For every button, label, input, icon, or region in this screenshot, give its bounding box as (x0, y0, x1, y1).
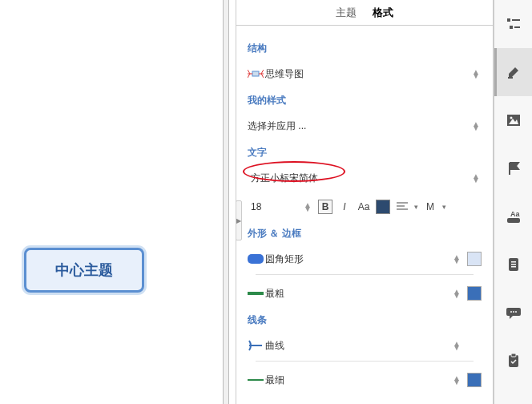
divider (256, 361, 474, 362)
thin-line-icon (248, 374, 265, 386)
stepper-icon[interactable]: ▲▼ (470, 174, 482, 182)
svg-point-26 (515, 311, 517, 313)
font-size-input[interactable]: 18 (248, 200, 297, 214)
stepper-icon[interactable]: ▲▼ (451, 341, 462, 349)
border-color-swatch[interactable] (467, 286, 482, 301)
thick-line-icon (248, 287, 265, 300)
svg-rect-14 (508, 77, 513, 79)
stepper-icon[interactable]: ▲▼ (451, 376, 462, 384)
svg-line-3 (248, 70, 250, 74)
stepper-icon[interactable]: ▲▼ (470, 70, 482, 78)
line-weight-value: 最细 (265, 374, 451, 387)
svg-point-24 (510, 311, 512, 313)
svg-text:Aa: Aa (510, 210, 520, 218)
mystyles-selector[interactable]: 选择并应用 ... ▲▼ (248, 114, 482, 138)
stepper-icon[interactable]: ▲▼ (470, 122, 482, 130)
svg-point-17 (510, 117, 513, 119)
panel-tabs: 主题 格式 (236, 0, 493, 26)
case-button[interactable]: Aa (357, 200, 371, 214)
rail-notes-icon[interactable] (494, 240, 532, 289)
tab-format[interactable]: 格式 (366, 1, 400, 25)
font-family-selector[interactable]: 方正小标宋简体 ▲▼ (248, 166, 482, 190)
svg-rect-12 (510, 26, 513, 29)
svg-rect-21 (511, 261, 516, 263)
svg-rect-11 (512, 19, 520, 21)
panel-body: 结构 思维导图 ▲▼ 我的样式 选择并应用 ... ▲▼ 文字 方正小标宋简体 … (236, 26, 493, 404)
tab-theme[interactable]: 主题 (329, 1, 363, 25)
structure-selector[interactable]: 思维导图 ▲▼ (248, 62, 482, 86)
mindmap-icon (248, 67, 265, 80)
svg-rect-10 (507, 18, 510, 22)
text-color-swatch[interactable] (376, 200, 390, 214)
chevron-down-icon: ▾ (442, 203, 446, 211)
center-topic-text: 中心主题 (55, 261, 113, 280)
section-shape-title: 外形 ＆ 边框 (248, 227, 482, 240)
section-structure-title: 结构 (248, 42, 482, 55)
svg-line-5 (261, 70, 264, 74)
line-weight-selector[interactable]: 最细 ▲▼ (248, 368, 482, 392)
svg-point-25 (513, 311, 514, 313)
font-family-value: 方正小标宋简体 (248, 170, 470, 187)
shape-selector[interactable]: 圆角矩形 ▲▼ (248, 247, 482, 271)
canvas-area[interactable]: 中心主题 (0, 0, 229, 404)
chevron-down-icon: ▾ (414, 203, 418, 211)
border-weight-selector[interactable]: 最粗 ▲▼ (248, 281, 482, 305)
bold-button[interactable]: B (318, 200, 332, 214)
rail-format-icon[interactable] (494, 48, 532, 96)
svg-line-6 (261, 74, 264, 78)
svg-rect-22 (511, 264, 516, 265)
divider (256, 274, 474, 275)
svg-rect-18 (507, 218, 520, 223)
svg-rect-28 (511, 354, 516, 357)
section-text-title: 文字 (248, 146, 482, 160)
svg-rect-23 (511, 266, 516, 268)
m-button[interactable]: M (423, 200, 437, 214)
rail-text-icon[interactable]: Aa (494, 192, 532, 240)
border-weight-value: 最粗 (265, 287, 451, 301)
rail-comments-icon[interactable] (494, 289, 532, 337)
line-type-selector[interactable]: 曲线 ▲▼ (248, 333, 482, 358)
center-topic-node[interactable]: 中心主题 (24, 248, 144, 293)
shape-value: 圆角矩形 (265, 252, 451, 266)
rail-image-icon[interactable] (494, 96, 532, 144)
mystyles-value: 选择并应用 ... (248, 119, 470, 133)
structure-value: 思维导图 (265, 67, 470, 81)
line-color-swatch[interactable] (467, 373, 482, 387)
svg-line-4 (248, 74, 250, 78)
stepper-icon[interactable]: ▲▼ (451, 289, 462, 297)
svg-rect-0 (252, 71, 259, 76)
line-type-value: 曲线 (265, 339, 451, 353)
text-tools-row: 18 ▲▼ B I Aa ▾ M ▾ (248, 195, 482, 219)
rail-flag-icon[interactable] (494, 144, 532, 192)
canvas-panel-divider[interactable] (223, 0, 229, 404)
section-line-title: 线条 (248, 313, 482, 327)
rail-task-icon[interactable] (494, 337, 532, 385)
right-rail: Aa (494, 0, 532, 404)
shape-fill-swatch[interactable] (467, 252, 482, 266)
stepper-icon[interactable]: ▲▼ (302, 203, 313, 211)
rounded-rect-icon (248, 252, 265, 265)
format-panel: ▶ 主题 格式 结构 思维导图 ▲▼ 我的样式 选择并应用 ... ▲▼ 文字 … (236, 0, 494, 404)
stepper-icon[interactable]: ▲▼ (451, 255, 462, 263)
rail-outline-icon[interactable] (494, 0, 532, 48)
align-button[interactable] (395, 200, 409, 214)
svg-rect-13 (514, 26, 520, 28)
curve-icon (248, 339, 265, 352)
section-mystyles-title: 我的样式 (248, 94, 482, 107)
italic-button[interactable]: I (337, 200, 352, 214)
